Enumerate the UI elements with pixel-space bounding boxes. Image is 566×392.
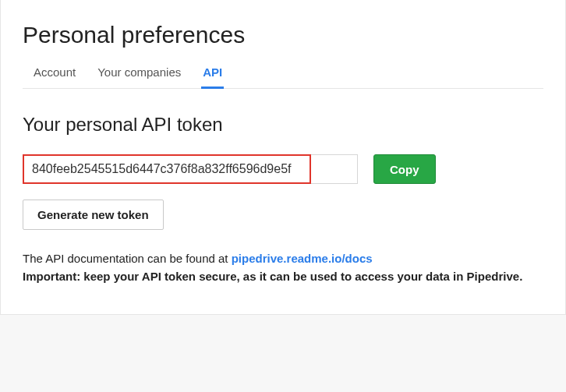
doc-text: The API documentation can be found at pi… — [23, 250, 543, 268]
token-row: 840feeb2545515d6447c376f8a832ff6596d9e5f… — [23, 154, 543, 184]
tabs-bar: Account Your companies API — [23, 62, 543, 89]
doc-prefix: The API documentation can be found at — [23, 252, 232, 265]
tab-api[interactable]: API — [201, 62, 224, 89]
header-area: Personal preferences Account Your compan… — [1, 0, 565, 89]
tab-your-companies[interactable]: Your companies — [96, 62, 182, 89]
tab-account[interactable]: Account — [32, 62, 77, 89]
token-input-extension — [311, 154, 358, 184]
copy-button[interactable]: Copy — [373, 154, 436, 184]
doc-link[interactable]: pipedrive.readme.io/docs — [232, 252, 373, 265]
preferences-panel: Personal preferences Account Your compan… — [0, 0, 566, 315]
api-token-field[interactable]: 840feeb2545515d6447c376f8a832ff6596d9e5f — [23, 154, 311, 184]
section-title: Your personal API token — [23, 114, 543, 136]
important-note: Important: keep your API token secure, a… — [23, 268, 543, 286]
api-section: Your personal API token 840feeb2545515d6… — [1, 89, 565, 307]
generate-new-token-button[interactable]: Generate new token — [23, 200, 164, 230]
page-title: Personal preferences — [23, 22, 543, 48]
